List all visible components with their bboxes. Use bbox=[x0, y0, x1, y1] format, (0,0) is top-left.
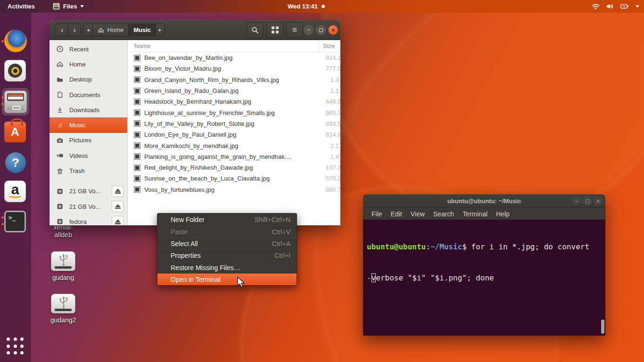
sidebar-item-documents[interactable]: Documents bbox=[50, 87, 127, 102]
breadcrumb-current[interactable]: Music bbox=[129, 24, 156, 36]
file-row[interactable]: London_Eye_by_Paul_Daniell.jpg814.8 kB bbox=[128, 129, 340, 140]
path-scroll-right-button[interactable]: ▸ bbox=[156, 24, 165, 36]
desktop-icon-gudang2[interactable]: gudang2 bbox=[44, 294, 82, 324]
eject-button[interactable] bbox=[112, 216, 124, 225]
app-menu[interactable]: Files bbox=[53, 3, 84, 10]
sidebar-volume-fedora[interactable]: fedora bbox=[50, 214, 127, 225]
file-row[interactable]: Bee_on_lavendar_by_Martin.jpg924.1 kB bbox=[128, 52, 340, 63]
close-button[interactable]: × bbox=[328, 25, 338, 35]
menu-item-select-all[interactable]: Select All Ctrl+A bbox=[157, 238, 297, 249]
help-icon: ? bbox=[5, 152, 26, 173]
menu-item-paste[interactable]: Paste Ctrl+V bbox=[157, 225, 297, 237]
search-button[interactable] bbox=[247, 22, 264, 38]
file-row[interactable]: Lily_of_the_Valley_by_Robert_Slotte.jpg8… bbox=[128, 118, 340, 129]
dock-item-firefox[interactable] bbox=[4, 30, 27, 52]
image-file-icon bbox=[134, 66, 140, 72]
file-row[interactable]: Sunrise_on_the_beach_by_Luca_Ciavatta.jp… bbox=[128, 173, 340, 184]
image-file-icon bbox=[134, 154, 140, 159]
video-icon bbox=[56, 152, 64, 159]
file-row[interactable]: Lighthouse_at_sunrise_by_Frenchie_Smalls… bbox=[128, 107, 340, 118]
close-button[interactable]: × bbox=[594, 197, 603, 206]
dock-item-help[interactable]: ? bbox=[4, 151, 27, 174]
breadcrumb-home[interactable]: Home bbox=[93, 24, 129, 36]
search-icon bbox=[251, 26, 259, 34]
menu-item-properties[interactable]: Properties Ctrl+I bbox=[157, 249, 297, 261]
menu-item-restore-missing-files[interactable]: Restore Missing Files… bbox=[157, 262, 297, 273]
clock[interactable]: Wed 13:41 bbox=[288, 0, 325, 13]
system-status-area[interactable] bbox=[592, 0, 639, 13]
eject-button[interactable] bbox=[112, 201, 124, 212]
desktop-icon-label: gudang2 bbox=[44, 316, 82, 324]
sidebar-volume-1[interactable]: 21 GB Vo... bbox=[50, 184, 127, 199]
sidebar-item-home[interactable]: Home bbox=[50, 57, 127, 72]
show-applications-button[interactable] bbox=[7, 337, 25, 355]
home-icon bbox=[98, 27, 104, 33]
file-row[interactable]: Green_Island_by_Radu_Galan.jpg1.1 MB bbox=[128, 85, 340, 96]
home-icon bbox=[56, 60, 64, 68]
files-sidebar: Recent Home Desktop Documents Downloads bbox=[50, 40, 128, 225]
wifi-icon bbox=[592, 3, 600, 10]
image-file-icon bbox=[134, 165, 140, 171]
list-header: Name Size bbox=[128, 40, 340, 52]
path-scroll-left-button[interactable]: ◂ bbox=[84, 24, 93, 36]
file-row[interactable]: Red_delight_by_Rishikesh_Gawade.jpg137.3… bbox=[128, 162, 340, 173]
terminal-output[interactable]: ubuntu@ubuntu:~/Music$ for i in *.jpg; d… bbox=[363, 220, 605, 336]
dock: A ? a >_ bbox=[0, 13, 31, 362]
terminal-menu-help[interactable]: Help bbox=[492, 209, 513, 219]
terminal-icon: >_ bbox=[4, 211, 26, 232]
file-row[interactable]: Headstock_by_Bernhard_Hanakam.jpg446.8 k… bbox=[128, 96, 340, 107]
image-file-icon bbox=[134, 143, 140, 148]
file-row[interactable]: Planking_is_going_against_the_grain_by_m… bbox=[128, 151, 340, 162]
back-button[interactable]: ‹ bbox=[56, 24, 68, 36]
maximize-button[interactable] bbox=[316, 25, 326, 35]
dock-item-terminal[interactable]: >_ bbox=[4, 211, 27, 233]
running-indicator bbox=[1, 223, 4, 225]
terminal-menu-file[interactable]: File bbox=[368, 209, 386, 219]
file-row[interactable]: More_Kamikochi_by_mendhak.jpg2.1 MB bbox=[128, 140, 340, 151]
sidebar-item-trash[interactable]: Trash bbox=[50, 163, 127, 178]
sidebar-item-desktop[interactable]: Desktop bbox=[50, 72, 127, 87]
terminal-menu-edit[interactable]: Edit bbox=[387, 209, 406, 219]
dock-item-ubuntu-software[interactable]: A bbox=[4, 120, 27, 143]
terminal-menu-terminal[interactable]: Terminal bbox=[459, 209, 491, 219]
minimize-button[interactable]: − bbox=[304, 25, 314, 35]
clock-icon bbox=[56, 45, 64, 53]
files-icon bbox=[4, 90, 27, 113]
minimize-button[interactable]: − bbox=[572, 197, 581, 206]
terminal-menu-search[interactable]: Search bbox=[429, 209, 458, 219]
path-bar: ◂ Home Music ▸ bbox=[83, 24, 165, 36]
menu-item-open-in-terminal[interactable]: Open in Terminal bbox=[157, 273, 297, 285]
terminal-line-2: -verbose "$i" "$i.png"; done bbox=[367, 273, 605, 283]
file-row[interactable]: Voss_by_fortuneblues.jpg890.7 kB bbox=[128, 184, 340, 195]
sidebar-item-videos[interactable]: Videos bbox=[50, 148, 127, 163]
music-icon: ♫ bbox=[56, 122, 64, 129]
file-row[interactable]: Grand_Canyon_North_Rim_by_Rihards_Vilks.… bbox=[128, 74, 340, 85]
desktop-icon-gudang[interactable]: gudang bbox=[44, 251, 82, 281]
sidebar-item-music[interactable]: ♫ Music bbox=[50, 117, 127, 132]
terminal-title: ubuntu@ubuntu: ~/Music bbox=[447, 197, 521, 205]
files-titlebar[interactable]: ‹ › ◂ Home Music ▸ bbox=[50, 20, 340, 40]
activities-button[interactable]: Activities bbox=[8, 3, 35, 10]
view-grid-button[interactable] bbox=[266, 22, 283, 38]
sidebar-item-downloads[interactable]: Downloads bbox=[50, 102, 127, 117]
file-row[interactable]: Bloom_by_Victor_Madru.jpg777.0 kB bbox=[128, 63, 340, 74]
sidebar-item-pictures[interactable]: Pictures bbox=[50, 133, 127, 148]
terminal-scrollbar[interactable] bbox=[601, 320, 604, 334]
app-menu-label: Files bbox=[63, 3, 77, 10]
forward-button[interactable]: › bbox=[68, 24, 81, 36]
dock-item-files[interactable] bbox=[4, 90, 27, 113]
desktop-icon-xenial-alldeb[interactable]: xenial- alldeb bbox=[44, 223, 82, 239]
terminal-titlebar[interactable]: ubuntu@ubuntu: ~/Music − × bbox=[363, 194, 605, 207]
sidebar-volume-2[interactable]: 21 GB Vo... bbox=[50, 199, 127, 214]
dock-item-rhythmbox[interactable] bbox=[4, 60, 27, 82]
menu-item-new-folder[interactable]: New Folder Shift+Ctrl+N bbox=[157, 214, 297, 225]
terminal-menu-view[interactable]: View bbox=[407, 209, 429, 219]
menu-button[interactable]: ≡ bbox=[286, 22, 303, 38]
sidebar-item-recent[interactable]: Recent bbox=[50, 41, 127, 57]
dock-item-amazon[interactable]: a bbox=[4, 181, 27, 203]
column-header-size[interactable]: Size bbox=[319, 40, 340, 52]
column-header-name[interactable]: Name bbox=[128, 42, 151, 49]
notification-dot-icon bbox=[322, 5, 325, 8]
maximize-button[interactable] bbox=[583, 197, 592, 206]
eject-button[interactable] bbox=[112, 186, 124, 197]
